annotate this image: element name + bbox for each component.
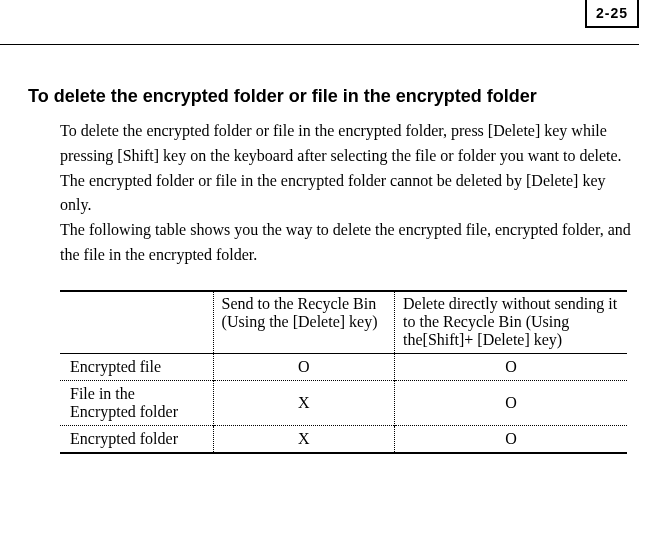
row-recycle-value: X: [213, 425, 394, 453]
table-header-blank: [60, 291, 213, 354]
row-label: Encrypted file: [60, 353, 213, 380]
row-recycle-value: X: [213, 380, 394, 425]
body-text: To delete the encrypted folder or file i…: [60, 119, 633, 268]
table-header-direct: Delete directly without sending it to th…: [395, 291, 627, 354]
row-direct-value: O: [395, 380, 627, 425]
row-direct-value: O: [395, 353, 627, 380]
delete-methods-table-wrap: Send to the Recycle Bin (Using the [Dele…: [60, 290, 627, 454]
page-number: 2-25: [585, 0, 639, 28]
header-rule: [0, 44, 639, 45]
row-direct-value: O: [395, 425, 627, 453]
content-area: To delete the encrypted folder or file i…: [28, 86, 633, 454]
row-recycle-value: O: [213, 353, 394, 380]
paragraph: To delete the encrypted folder or file i…: [60, 119, 633, 218]
table-row: Encrypted folder X O: [60, 425, 627, 453]
table-header-recycle: Send to the Recycle Bin (Using the [Dele…: [213, 291, 394, 354]
row-label: Encrypted folder: [60, 425, 213, 453]
paragraph: The following table shows you the way to…: [60, 218, 633, 268]
row-label: File in the Encrypted folder: [60, 380, 213, 425]
table-row: Encrypted file O O: [60, 353, 627, 380]
table-row: File in the Encrypted folder X O: [60, 380, 627, 425]
table-header-row: Send to the Recycle Bin (Using the [Dele…: [60, 291, 627, 354]
document-page: 2-25 To delete the encrypted folder or f…: [0, 0, 651, 543]
delete-methods-table: Send to the Recycle Bin (Using the [Dele…: [60, 290, 627, 454]
section-title: To delete the encrypted folder or file i…: [28, 86, 633, 107]
